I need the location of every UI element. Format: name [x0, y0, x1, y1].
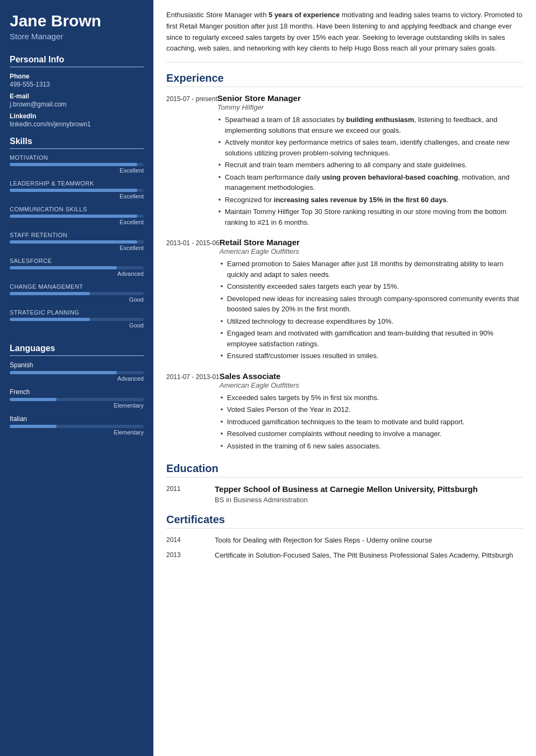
bullet-item: Utilized technology to decrease expendit…	[220, 316, 523, 327]
language-level: Advanced	[10, 375, 144, 382]
exp-bullets: Earned promotion to Sales Manager after …	[220, 259, 523, 361]
email-label: E-mail	[10, 92, 144, 100]
skill-bar-background	[10, 266, 144, 269]
skill-bar-background	[10, 163, 144, 166]
skill-bar-fill	[10, 163, 137, 166]
skill-bar-background	[10, 215, 144, 218]
exp-content: Sales Associate American Eagle Outfitter…	[220, 372, 523, 453]
bullet-item: Engaged team and motivated with gamifica…	[220, 328, 523, 349]
education-heading: Education	[166, 462, 523, 477]
experience-block: 2015-07 - present Senior Store Manager T…	[166, 94, 523, 229]
bullet-item: Consistently exceeded sales targets each…	[220, 281, 523, 292]
skills-section: Skills MOTIVATION Excellent LEADERSHIP &…	[0, 131, 153, 338]
skill-bar-fill	[10, 318, 90, 321]
exp-bullets: Spearhead a team of 18 associates by bui…	[217, 115, 523, 227]
skills-heading: Skills	[10, 137, 144, 149]
education-list: 2011 Tepper School of Business at Carneg…	[166, 484, 523, 504]
bullet-item: Recruit and train team members adhering …	[217, 160, 523, 170]
language-name: Italian	[10, 415, 144, 423]
skill-item: STRATEGIC PLANNING Good	[10, 309, 144, 329]
language-name: French	[10, 388, 144, 396]
bullet-item: Developed new ideas for increasing sales…	[220, 294, 523, 315]
language-level: Elementary	[10, 402, 144, 409]
skill-level: Advanced	[10, 270, 144, 277]
skill-name: SALESFORCE	[10, 258, 144, 264]
phone-value: 499-555-1313	[10, 81, 144, 88]
experience-list: 2015-07 - present Senior Store Manager T…	[166, 94, 523, 453]
skill-level: Excellent	[10, 167, 144, 174]
linkedin-value: linkedin.com/in/jennybrown1	[10, 120, 144, 128]
skill-name: STRATEGIC PLANNING	[10, 309, 144, 316]
skill-bar-background	[10, 318, 144, 321]
experience-section: Experience 2015-07 - present Senior Stor…	[166, 72, 523, 453]
certificate-block: 2014 Tools for Dealing with Rejection fo…	[166, 535, 523, 546]
language-level: Elementary	[10, 429, 144, 436]
experience-heading: Experience	[166, 72, 523, 87]
skill-bar-fill	[10, 292, 90, 295]
cert-date: 2013	[166, 550, 215, 561]
languages-list: Spanish Advanced French Elementary Itali…	[10, 361, 144, 436]
language-bar-fill	[10, 398, 57, 401]
bullet-item: Exceeded sales targets by 5% in first si…	[220, 393, 523, 403]
cert-date: 2014	[166, 535, 215, 546]
language-name: Spanish	[10, 361, 144, 369]
language-bar-background	[10, 398, 144, 401]
candidate-name: Jane Brown	[10, 12, 144, 30]
experience-block: 2011-07 - 2013-01 Sales Associate Americ…	[166, 372, 523, 453]
skill-name: CHANGE MANAGEMENT	[10, 283, 144, 290]
personal-info-heading: Personal Info	[10, 55, 144, 67]
education-section: Education 2011 Tepper School of Business…	[166, 462, 523, 504]
bullet-item: Introduced gamification techniques to th…	[220, 417, 523, 427]
exp-content: Senior Store Manager Tommy Hilfiger Spea…	[217, 94, 523, 229]
bullet-item: Coach team performance daily using prove…	[217, 172, 523, 193]
certificates-heading: Certificates	[166, 513, 523, 529]
certificates-section: Certificates 2014 Tools for Dealing with…	[166, 513, 523, 560]
exp-date: 2011-07 - 2013-01	[166, 372, 220, 453]
company-name: American Eagle Outfitters	[220, 381, 523, 389]
skill-item: CHANGE MANAGEMENT Good	[10, 283, 144, 303]
bullet-item: Recognized for increasing sales revenue …	[217, 195, 523, 205]
skill-bar-fill	[10, 240, 137, 244]
skill-level: Good	[10, 322, 144, 329]
main-content: Enthusiastic Store Manager with 5 years …	[153, 0, 536, 756]
email-value: j.brown@gmail.com	[10, 101, 144, 108]
bullet-item: Ensured staff/customer issues resulted i…	[220, 351, 523, 361]
exp-content: Retail Store Manager American Eagle Outf…	[220, 238, 523, 363]
certificate-block: 2013 Certificate in Solution-Focused Sal…	[166, 550, 523, 561]
job-title: Retail Store Manager	[220, 238, 523, 247]
skill-level: Good	[10, 296, 144, 303]
job-title: Sales Associate	[220, 372, 523, 381]
language-item: Spanish Advanced	[10, 361, 144, 382]
bullet-item: Maintain Tommy Hilfiger Top 30 Store ran…	[217, 206, 523, 227]
phone-label: Phone	[10, 73, 144, 80]
skill-name: STAFF RETENTION	[10, 232, 144, 238]
sidebar: Jane Brown Store Manager Personal Info P…	[0, 0, 153, 756]
sidebar-header: Jane Brown Store Manager	[0, 0, 153, 49]
language-bar-background	[10, 425, 144, 428]
skill-bar-background	[10, 240, 144, 244]
bullet-item: Voted Sales Person of the Year in 2012.	[220, 404, 523, 415]
language-bar-fill	[10, 425, 57, 428]
company-name: American Eagle Outfitters	[220, 247, 523, 255]
languages-heading: Languages	[10, 344, 144, 356]
job-title: Senior Store Manager	[217, 94, 523, 103]
skill-bar-fill	[10, 215, 137, 218]
bullet-item: Assisted in the training of 6 new sales …	[220, 441, 523, 452]
edu-content: Tepper School of Business at Carnegie Me…	[215, 484, 523, 504]
skill-level: Excellent	[10, 219, 144, 225]
cert-description: Certificate in Solution-Focused Sales, T…	[215, 550, 523, 561]
language-item: Italian Elementary	[10, 415, 144, 436]
language-bar-background	[10, 371, 144, 374]
exp-date: 2013-01 - 2015-06	[166, 238, 220, 363]
edu-date: 2011	[166, 484, 215, 504]
skill-name: MOTIVATION	[10, 154, 144, 161]
experience-block: 2013-01 - 2015-06 Retail Store Manager A…	[166, 238, 523, 363]
language-bar-fill	[10, 371, 117, 374]
company-name: Tommy Hilfiger	[217, 103, 523, 111]
exp-bullets: Exceeded sales targets by 5% in first si…	[220, 393, 523, 452]
skill-item: COMMUNICATION SKILLS Excellent	[10, 206, 144, 225]
skill-item: SALESFORCE Advanced	[10, 258, 144, 277]
skill-item: MOTIVATION Excellent	[10, 154, 144, 174]
skills-list: MOTIVATION Excellent LEADERSHIP & TEAMWO…	[10, 154, 144, 329]
bullet-item: Resolved customer complaints without nee…	[220, 429, 523, 439]
